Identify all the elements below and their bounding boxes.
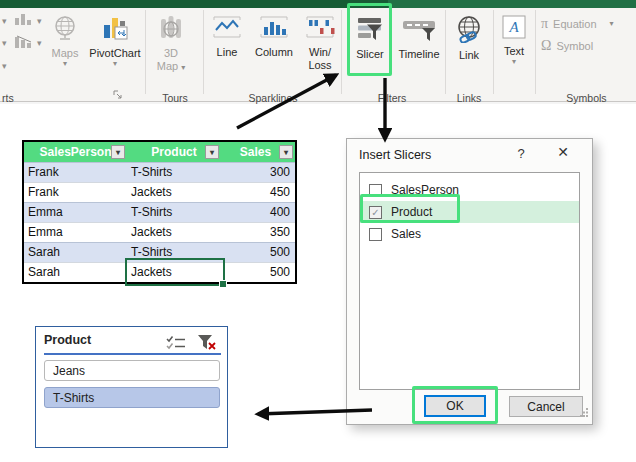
slicer-header-rule [44, 353, 221, 355]
timeline-label: Timeline [398, 48, 439, 60]
line-sparkline-button[interactable]: Line [206, 12, 248, 84]
table-cell[interactable]: Sarah [24, 262, 127, 282]
group-separator [145, 10, 146, 94]
winloss-sparkline-icon [305, 15, 335, 42]
field-item-sales[interactable]: Sales [360, 223, 579, 245]
maps-label: Maps [52, 47, 79, 59]
table-cell[interactable]: Jackets [127, 182, 221, 202]
table-row: Frank Jackets 450 [24, 182, 295, 202]
clear-filter-icon[interactable] [197, 334, 217, 355]
filter-dropdown-button[interactable]: ▾ [205, 145, 219, 159]
group-label-symbols: Symbols [537, 92, 636, 104]
table-cell[interactable]: 450 [221, 182, 295, 202]
link-icon [454, 15, 484, 45]
table-cell[interactable]: Emma [24, 202, 127, 222]
group-label-charts: rts [2, 92, 30, 104]
table-cell[interactable]: 350 [221, 222, 295, 242]
timeline-icon [401, 15, 437, 44]
table-cell[interactable]: 300 [221, 162, 295, 182]
slicer-button[interactable]: Slicer [348, 12, 392, 84]
pivotchart-button[interactable]: PivotChart ▾ [86, 12, 144, 84]
symbol-button[interactable]: ΩSymbol [541, 38, 593, 54]
field-label: SalesPerson [391, 183, 459, 197]
table-header-salesperson: SalesPerson ▾ [24, 142, 127, 162]
group-separator [445, 10, 446, 94]
insert-slicers-dialog: Insert Slicers ? ✕ SalesPerson ✓ Product… [346, 138, 593, 425]
table-cell[interactable]: Frank [24, 182, 127, 202]
text-icon: A [502, 15, 526, 41]
chevron-down-icon[interactable]: ▾ [37, 39, 42, 48]
timeline-button[interactable]: Timeline [394, 12, 444, 84]
chevron-down-icon[interactable]: ▾ [2, 62, 7, 71]
dialog-launcher-icon[interactable] [113, 85, 122, 103]
text-button[interactable]: A Text ▾ [496, 12, 532, 84]
table-cell[interactable]: T-Shirts [127, 162, 221, 182]
line-label: Line [217, 46, 238, 58]
group-separator [493, 10, 494, 94]
svg-text:A: A [508, 19, 519, 35]
link-label: Link [459, 49, 479, 61]
chevron-down-icon[interactable]: ▾ [2, 17, 7, 26]
active-cell-outline[interactable] [125, 258, 225, 286]
dialog-title: Insert Slicers [359, 148, 431, 162]
chevron-down-icon: ▾ [113, 60, 117, 68]
checkbox-unchecked[interactable] [369, 228, 382, 241]
3d-map-button[interactable]: 3D Map ▾ [148, 12, 194, 84]
slicer-item-tshirts[interactable]: T-Shirts [44, 387, 220, 408]
filter-dropdown-button[interactable]: ▾ [279, 145, 293, 159]
winloss-label-1: Win/ [309, 46, 331, 58]
field-item-salesperson[interactable]: SalesPerson [360, 179, 579, 201]
table-cell[interactable]: 400 [221, 202, 295, 222]
table-cell[interactable]: T-Shirts [127, 202, 221, 222]
table-cell[interactable]: Sarah [24, 242, 127, 262]
checkbox-unchecked[interactable] [369, 184, 382, 197]
slicer-icon [357, 15, 384, 44]
table-row: Frank T-Shirts 300 [24, 162, 295, 182]
filter-dropdown-button[interactable]: ▾ [111, 145, 125, 159]
slicer-title: Product [44, 333, 91, 347]
chevron-down-icon: ▾ [181, 63, 185, 72]
group-label-sparklines: Sparklines [205, 92, 341, 104]
table-cell[interactable]: 500 [221, 242, 295, 262]
table-row: Emma Jackets 350 [24, 222, 295, 242]
table-cell[interactable]: Emma [24, 222, 127, 242]
equation-label: Equation [553, 18, 596, 30]
ok-button[interactable]: OK [424, 395, 486, 417]
chevron-down-icon: ▾ [610, 20, 614, 28]
field-item-product[interactable]: ✓ Product [360, 201, 579, 223]
equation-button[interactable]: πEquation▾ [541, 16, 614, 32]
table-cell[interactable]: Frank [24, 162, 127, 182]
chevron-down-icon: ▾ [63, 60, 67, 68]
slicer-item-jeans[interactable]: Jeans [44, 360, 220, 381]
group-label-filters: Filters [341, 92, 443, 104]
3d-map-label-2: Map ▾ [157, 60, 185, 72]
checkbox-checked[interactable]: ✓ [369, 206, 382, 219]
winloss-sparkline-button[interactable]: Win/ Loss [298, 12, 342, 84]
field-list: SalesPerson ✓ Product Sales [359, 172, 580, 390]
multi-select-icon[interactable] [166, 335, 186, 354]
table-cell[interactable]: 500 [221, 262, 295, 282]
text-label: Text [504, 45, 524, 57]
field-label: Product [391, 205, 432, 219]
mini-chart-icon[interactable] [14, 35, 34, 53]
column-sparkline-button[interactable]: Column [248, 12, 300, 84]
group-label-tours: Tours [147, 92, 203, 104]
field-label: Sales [391, 227, 421, 241]
table-cell[interactable]: Jackets [127, 222, 221, 242]
pivotchart-icon [101, 15, 129, 43]
3d-map-icon [157, 15, 185, 43]
fill-handle[interactable] [219, 280, 227, 288]
link-button[interactable]: Link [448, 12, 490, 84]
table-header-row: SalesPerson ▾ Product ▾ Sales ▾ [24, 142, 295, 162]
cancel-button[interactable]: Cancel [509, 396, 583, 417]
ribbon: ▾ ▾ ▾ ▾ ▾ Maps ▾ PivotChart ▾ 3D [0, 8, 636, 102]
chevron-down-icon[interactable]: ▾ [2, 39, 7, 48]
mini-chart-icon[interactable] [14, 12, 34, 30]
chevron-down-icon[interactable]: ▾ [37, 17, 42, 26]
winloss-label-2: Loss [308, 59, 331, 71]
maps-button[interactable]: Maps ▾ [46, 12, 84, 84]
close-button[interactable]: ✕ [550, 144, 576, 160]
resize-grip[interactable] [579, 403, 589, 421]
table-header-product: Product ▾ [127, 142, 221, 162]
help-button[interactable]: ? [512, 146, 530, 161]
